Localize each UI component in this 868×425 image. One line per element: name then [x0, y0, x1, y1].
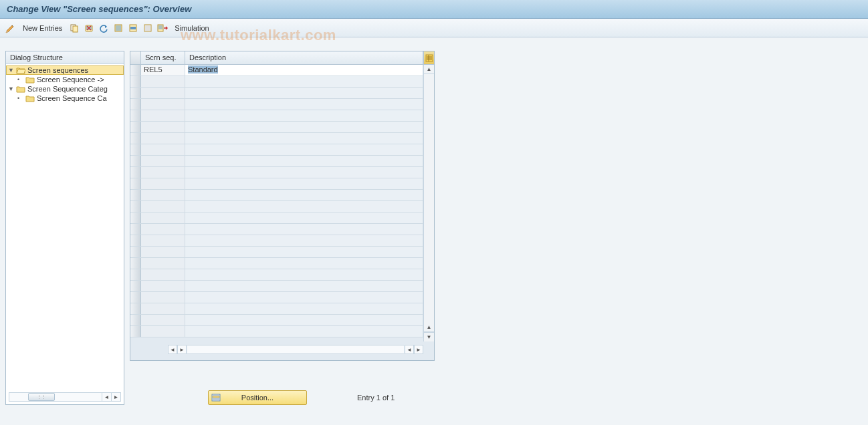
row-header[interactable] [130, 315, 141, 325]
cell-empty[interactable] [141, 190, 185, 200]
table-row-empty[interactable] [130, 292, 423, 303]
table-row-empty[interactable] [130, 315, 423, 326]
table-row-empty[interactable] [130, 281, 423, 292]
table-row-empty[interactable] [130, 190, 423, 201]
copy-as-button[interactable] [68, 21, 81, 35]
position-button[interactable]: Position... [208, 390, 307, 405]
table-row-empty[interactable] [130, 122, 423, 133]
column-header-scrn-seq[interactable]: Scrn seq. [141, 51, 185, 64]
scroll-left-icon[interactable]: ◄ [168, 345, 177, 354]
row-header[interactable] [130, 156, 141, 166]
cell-empty[interactable] [185, 247, 423, 257]
scroll-right-icon[interactable]: ► [111, 393, 120, 401]
configure-button[interactable] [156, 21, 169, 35]
cell-empty[interactable] [141, 258, 185, 269]
grid-select-all-corner[interactable] [130, 51, 141, 64]
column-header-description[interactable]: Description [185, 51, 423, 64]
cell-empty[interactable] [185, 178, 423, 189]
cell-empty[interactable] [185, 303, 423, 314]
scroll-left-icon[interactable]: ◄ [405, 345, 414, 354]
cell-empty[interactable] [185, 88, 423, 98]
cell-empty[interactable] [141, 315, 185, 325]
cell-empty[interactable] [141, 144, 185, 155]
table-row-empty[interactable] [130, 224, 423, 235]
tree-collapse-icon[interactable]: ▼ [8, 86, 15, 92]
cell-empty[interactable] [185, 190, 423, 200]
row-header[interactable] [130, 122, 141, 132]
row-header[interactable] [130, 303, 141, 314]
scroll-up-icon[interactable]: ▲ [424, 65, 434, 74]
table-row-empty[interactable] [130, 144, 423, 156]
row-header[interactable] [130, 76, 141, 87]
row-header[interactable] [130, 167, 141, 178]
row-header[interactable] [130, 292, 141, 303]
tree-collapse-icon[interactable]: ▼ [8, 67, 15, 74]
cell-empty[interactable] [141, 292, 185, 303]
tree-item-screen-sequences[interactable]: ▼ Screen sequences [6, 65, 124, 75]
cell-description[interactable]: Standard [185, 65, 423, 76]
tree-item-screen-sequence-categ[interactable]: ▼ Screen Sequence Categ [6, 84, 124, 94]
row-header[interactable] [130, 258, 141, 269]
scrollbar-track[interactable] [424, 74, 434, 323]
cell-empty[interactable] [185, 167, 423, 178]
cell-empty[interactable] [141, 133, 185, 144]
cell-empty[interactable] [185, 156, 423, 166]
cell-empty[interactable] [141, 178, 185, 189]
cell-empty[interactable] [141, 99, 185, 110]
cell-scrn-seq[interactable]: REL5 [141, 65, 185, 76]
row-header[interactable] [130, 326, 141, 337]
cell-empty[interactable] [185, 122, 423, 132]
scrollbar-thumb[interactable]: ⋮⋮ [28, 393, 55, 401]
row-header[interactable] [130, 88, 141, 98]
cell-empty[interactable] [185, 212, 423, 223]
deselect-all-button[interactable] [141, 21, 154, 35]
cell-empty[interactable] [141, 167, 185, 178]
cell-empty[interactable] [185, 292, 423, 303]
cell-empty[interactable] [141, 224, 185, 235]
simulation-button[interactable]: Simulation [171, 21, 213, 35]
row-header[interactable] [130, 133, 141, 144]
row-header[interactable] [130, 178, 141, 189]
cell-empty[interactable] [185, 76, 423, 87]
table-row-empty[interactable] [130, 326, 423, 337]
delete-button[interactable] [82, 21, 96, 35]
undo-button[interactable] [97, 21, 110, 35]
grid-horizontal-scrollbar[interactable]: ◄ ► ◄ ► [141, 344, 423, 355]
cell-empty[interactable] [141, 326, 185, 337]
cell-empty[interactable] [185, 224, 423, 235]
table-row-empty[interactable] [130, 99, 423, 110]
table-row-empty[interactable] [130, 212, 423, 224]
row-header[interactable] [130, 190, 141, 200]
row-header[interactable] [130, 99, 141, 110]
cell-empty[interactable] [141, 110, 185, 121]
cell-empty[interactable] [185, 99, 423, 110]
scrollbar-track[interactable]: ⋮⋮ [9, 393, 102, 401]
row-header[interactable] [130, 235, 141, 246]
table-row-empty[interactable] [130, 110, 423, 122]
row-header[interactable] [130, 65, 141, 76]
cell-empty[interactable] [141, 269, 185, 280]
cell-empty[interactable] [141, 88, 185, 98]
tree-item-screen-sequence-ca[interactable]: • Screen Sequence Ca [6, 94, 124, 103]
table-row-empty[interactable] [130, 156, 423, 167]
cell-empty[interactable] [141, 156, 185, 166]
cell-empty[interactable] [141, 281, 185, 291]
cell-empty[interactable] [185, 281, 423, 291]
cell-empty[interactable] [141, 122, 185, 132]
scroll-left-icon[interactable]: ◄ [102, 393, 111, 401]
table-row-empty[interactable] [130, 269, 423, 281]
row-header[interactable] [130, 201, 141, 212]
new-entries-button[interactable]: New Entries [19, 21, 66, 35]
scrollbar-track[interactable] [187, 345, 404, 354]
row-header[interactable] [130, 144, 141, 155]
table-row-empty[interactable] [130, 88, 423, 99]
select-block-button[interactable] [126, 21, 140, 35]
table-row-empty[interactable] [130, 247, 423, 258]
cell-empty[interactable] [185, 326, 423, 337]
row-header[interactable] [130, 224, 141, 235]
cell-empty[interactable] [185, 144, 423, 155]
cell-empty[interactable] [141, 201, 185, 212]
table-row-empty[interactable] [130, 178, 423, 190]
row-header[interactable] [130, 247, 141, 257]
cell-empty[interactable] [185, 258, 423, 269]
